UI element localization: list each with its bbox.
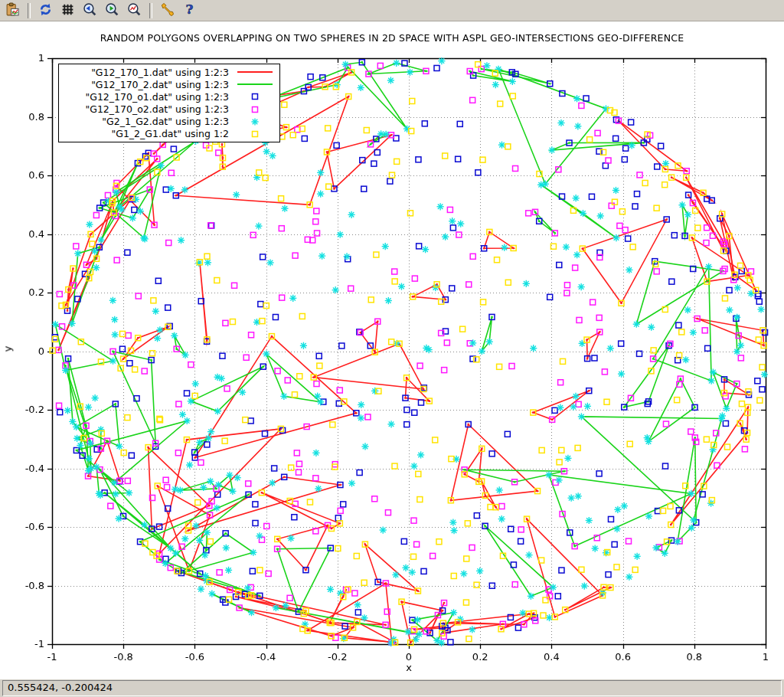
legend-sample-square	[234, 91, 276, 102]
plot-title: RANDOM POLYGONS OVERLAPPING ON TWO SPHER…	[0, 32, 784, 44]
legend-entry: "G12_170_1.dat" using 1:2:3	[59, 66, 276, 78]
wrench-icon	[160, 2, 175, 19]
status-bar: 0.555424, -0.200424	[0, 679, 784, 697]
legend-entry-label: "G2_1_G2.dat" using 1:2:3	[102, 116, 229, 127]
legend-entry-label: "G12_170_1.dat" using 1:2:3	[91, 67, 229, 78]
gnuplot-window: ? RANDOM POLYGONS OVERLAPPING ON TWO SPH…	[0, 0, 784, 697]
clipboard-copy-icon	[5, 2, 20, 19]
legend-entry: "G12_170_2.dat" using 1:2:3	[59, 78, 276, 90]
replot-button[interactable]	[35, 2, 56, 20]
svg-text:?: ?	[186, 2, 194, 17]
toolbar-separator	[149, 3, 152, 18]
y-axis-label: y	[2, 346, 13, 352]
legend-sample-square	[234, 104, 276, 115]
legend-sample-square	[234, 129, 276, 139]
legend: "G12_170_1.dat" using 1:2:3"G12_170_2.da…	[58, 64, 280, 142]
legend-sample-line	[234, 71, 276, 73]
legend-entry: "G12_170_o2.dat" using 1:2:3	[59, 103, 276, 116]
copy-to-clipboard-button[interactable]	[2, 2, 23, 20]
configure-button[interactable]	[157, 2, 178, 20]
grid-icon	[60, 2, 75, 19]
legend-sample-asterisk	[234, 116, 276, 127]
toolbar: ?	[0, 0, 784, 21]
legend-entry-label: "G12_170_2.dat" using 1:2:3	[91, 79, 229, 90]
legend-entry: "G2_1_G2.dat" using 1:2:3	[59, 116, 276, 128]
help-icon: ?	[182, 2, 197, 19]
zoom-next-icon	[105, 2, 119, 19]
cursor-coordinates: 0.555424, -0.200424	[2, 680, 782, 696]
autoscale-button[interactable]	[124, 2, 145, 20]
x-axis-label: x	[406, 662, 412, 673]
legend-sample-line	[234, 83, 276, 85]
previous-zoom-button[interactable]	[80, 2, 100, 20]
help-button[interactable]: ?	[179, 2, 200, 20]
plot-area: RANDOM POLYGONS OVERLAPPING ON TWO SPHER…	[0, 21, 784, 679]
zoom-autoscale-icon	[127, 2, 142, 19]
legend-entry-label: "G1_2_G1.dat" using 1:2	[111, 128, 229, 139]
legend-entry-label: "G12_170_o1.dat" using 1:2:3	[85, 91, 229, 103]
toggle-grid-button[interactable]	[57, 2, 78, 20]
legend-entry-label: "G12_170_o2.dat" using 1:2:3	[85, 103, 229, 115]
replot-icon	[38, 2, 53, 19]
toolbar-separator	[28, 3, 31, 18]
legend-entry: "G12_170_o1.dat" using 1:2:3	[59, 90, 276, 103]
zoom-previous-icon	[83, 2, 97, 19]
next-zoom-button[interactable]	[102, 2, 122, 20]
legend-entry: "G1_2_G1.dat" using 1:2	[59, 128, 276, 140]
